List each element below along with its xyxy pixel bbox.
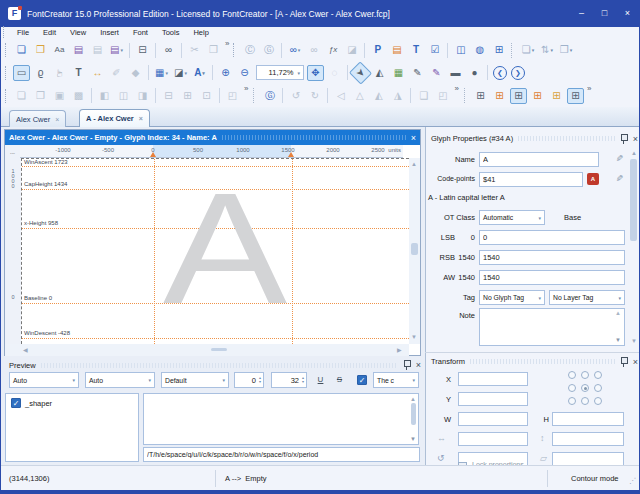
scale-height-input[interactable] bbox=[552, 432, 624, 446]
origin-radio[interactable] bbox=[581, 384, 589, 392]
scroll-thumb[interactable] bbox=[411, 403, 416, 425]
origin-radio[interactable] bbox=[581, 397, 589, 405]
menu-help[interactable]: Help bbox=[186, 27, 215, 39]
toolbar1-overflow[interactable]: » bbox=[225, 39, 229, 48]
preview-script-dropdown[interactable]: Auto bbox=[9, 372, 79, 388]
glyph-outline[interactable]: A bbox=[22, 159, 409, 344]
underline-button[interactable]: U bbox=[314, 373, 327, 387]
toolbar-grip[interactable] bbox=[5, 66, 9, 80]
preview-feature-list[interactable]: _shaper bbox=[5, 393, 139, 462]
draw-contour-tool[interactable]: ✎ bbox=[409, 65, 426, 81]
aw-input[interactable] bbox=[479, 270, 625, 285]
zoom-fit-icon[interactable]: ✥ bbox=[307, 65, 324, 81]
pointer-tool[interactable]: ➤ bbox=[349, 61, 372, 84]
codepoints-input[interactable] bbox=[479, 172, 583, 187]
tab-close-icon[interactable]: × bbox=[55, 116, 59, 123]
origin-radio[interactable] bbox=[594, 397, 602, 405]
quick-test-icon[interactable]: ⊞ bbox=[490, 42, 507, 58]
preview-language-dropdown[interactable]: Auto bbox=[85, 372, 155, 388]
h-input[interactable] bbox=[552, 412, 624, 426]
update-composites-icon[interactable]: Ⓖ bbox=[261, 88, 278, 104]
feature-checkbox[interactable] bbox=[11, 398, 21, 408]
note-scroll-down-icon[interactable]: ▼ bbox=[615, 337, 621, 343]
save-as-icon[interactable]: ▤ bbox=[108, 42, 125, 58]
tab-glyph-edit[interactable]: A - Alex Cwer × bbox=[79, 109, 150, 127]
lsb-input[interactable] bbox=[479, 230, 625, 245]
skew-input[interactable] bbox=[552, 452, 624, 466]
fill-outline-mode-icon[interactable]: ◪ bbox=[172, 65, 189, 81]
pin-icon[interactable] bbox=[620, 134, 628, 144]
pin-icon[interactable] bbox=[403, 360, 411, 370]
pin-icon[interactable] bbox=[620, 357, 628, 367]
scroll-down-icon[interactable]: ▼ bbox=[410, 436, 416, 442]
validate-font-icon[interactable]: ☑ bbox=[426, 42, 443, 58]
glyph-overview-icon[interactable]: ◫ bbox=[452, 42, 469, 58]
color-mode-icon[interactable]: A bbox=[191, 65, 208, 81]
scroll-up-icon[interactable]: ▲ bbox=[410, 396, 416, 402]
scroll-right-icon[interactable]: ▶ bbox=[397, 347, 402, 353]
editor-horizontal-scrollbar[interactable]: ◀ ▶ bbox=[5, 344, 409, 356]
magic-wand-icon[interactable]: ✎ bbox=[614, 154, 624, 162]
measure-tool[interactable]: ↔ bbox=[89, 65, 106, 81]
origin-radio[interactable] bbox=[568, 397, 576, 405]
scroll-thumb[interactable] bbox=[211, 348, 227, 351]
origin-radio[interactable] bbox=[594, 384, 602, 392]
menu-view[interactable]: View bbox=[63, 27, 93, 39]
glyph-order-icon[interactable]: ⇅ bbox=[538, 42, 555, 58]
preview-size-spinner[interactable]: 32 bbox=[271, 372, 307, 388]
toolbar3-overflow-b[interactable]: » bbox=[454, 84, 458, 93]
close-panel-icon[interactable]: × bbox=[633, 134, 638, 144]
glyph-name-input[interactable] bbox=[479, 152, 599, 167]
minimize-button[interactable]: – bbox=[570, 0, 593, 27]
menu-tools[interactable]: Tools bbox=[155, 27, 187, 39]
preview-text-input[interactable] bbox=[143, 447, 420, 462]
close-panel-icon[interactable]: × bbox=[416, 360, 421, 370]
rect-select-tool[interactable]: ▭ bbox=[13, 65, 30, 81]
grid-redo-icon[interactable]: ⊞ bbox=[529, 88, 546, 104]
contour-select-tool[interactable]: ◭ bbox=[371, 65, 388, 81]
scroll-thumb[interactable] bbox=[411, 243, 418, 255]
preview-features-dropdown[interactable]: Default bbox=[161, 372, 229, 388]
vertical-ruler[interactable]: 1000 0 bbox=[5, 158, 21, 344]
menu-insert[interactable]: Insert bbox=[93, 27, 126, 39]
spinner-arrows-icon[interactable] bbox=[302, 376, 304, 384]
origin-radio[interactable] bbox=[594, 371, 602, 379]
strikethrough-button[interactable]: S bbox=[333, 373, 346, 387]
menu-edit[interactable]: Edit bbox=[36, 27, 63, 39]
zoom-in-icon[interactable]: ⊕ bbox=[217, 65, 234, 81]
open-font-icon[interactable]: ❐ bbox=[32, 42, 49, 58]
lasso-select-tool[interactable]: ϱ bbox=[32, 65, 49, 81]
origin-radio[interactable] bbox=[568, 384, 576, 392]
browser-preview-icon[interactable]: ◍ bbox=[471, 42, 488, 58]
toolbar-grip[interactable] bbox=[233, 43, 237, 57]
preview-render-pane[interactable]: ▲ ▼ bbox=[143, 393, 419, 445]
menu-grip[interactable] bbox=[3, 26, 7, 40]
font-overview-icon[interactable]: Aa bbox=[51, 42, 68, 58]
rsb-input[interactable] bbox=[479, 250, 625, 265]
draw-freehand-tool[interactable]: ✎ bbox=[428, 65, 445, 81]
draw-ellipse-tool[interactable]: ● bbox=[466, 65, 483, 81]
panel-scroll-up-icon[interactable]: ▲ bbox=[631, 150, 637, 156]
glyph-shape-a[interactable]: A bbox=[163, 160, 288, 336]
print-icon[interactable]: ⊟ bbox=[134, 42, 151, 58]
text-tool[interactable]: T bbox=[70, 65, 87, 81]
rsb-marker[interactable] bbox=[288, 152, 294, 157]
new-font-icon[interactable]: ❏ bbox=[13, 42, 30, 58]
y-input[interactable] bbox=[458, 392, 528, 406]
scale-width-input[interactable] bbox=[458, 432, 528, 446]
nav-back-icon[interactable]: ❮ bbox=[493, 66, 507, 80]
insert-glyphs-icon[interactable]: ❏ bbox=[519, 42, 536, 58]
unicode-block-icon[interactable]: A bbox=[587, 173, 599, 185]
editor-vertical-scrollbar[interactable]: ▲ ▼ bbox=[409, 158, 420, 344]
glyph-edit-titlebar[interactable]: Alex Cwer - Alex Cwer - Empty - Glyph In… bbox=[5, 130, 420, 145]
w-input[interactable] bbox=[458, 412, 528, 426]
origin-radio[interactable] bbox=[581, 371, 589, 379]
ot-class-dropdown[interactable]: Automatic bbox=[479, 210, 545, 225]
panel-scroll-down-icon[interactable]: ▼ bbox=[631, 338, 637, 344]
spinner-arrows-icon[interactable] bbox=[259, 376, 261, 384]
origin-radio[interactable] bbox=[568, 371, 576, 379]
tab-font-overview[interactable]: Alex Cwer × bbox=[9, 110, 66, 127]
grid-locked-icon[interactable]: ⊞ bbox=[548, 88, 565, 104]
panel-scroll-thumb[interactable] bbox=[630, 159, 637, 241]
draw-rectangle-tool[interactable]: ▬ bbox=[447, 65, 464, 81]
